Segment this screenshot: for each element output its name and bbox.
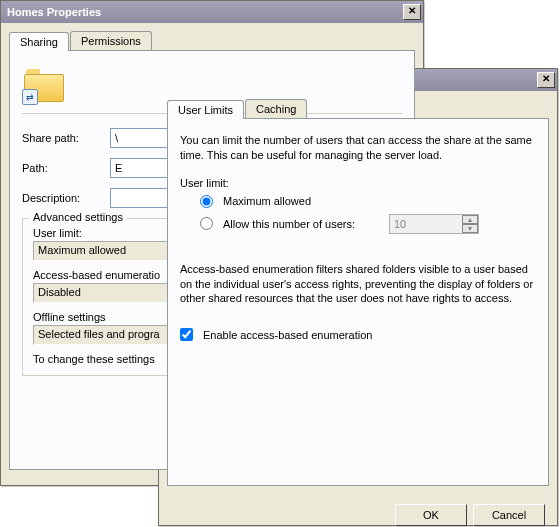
share-path-label: Share path: bbox=[22, 132, 110, 144]
dialog-buttons: OK Cancel bbox=[159, 494, 557, 527]
description-label: Description: bbox=[22, 192, 110, 204]
spinner-up-icon: ▲ bbox=[462, 215, 478, 224]
spinner-down-icon: ▼ bbox=[462, 224, 478, 233]
tabstrip-homes: Sharing Permissions bbox=[9, 31, 415, 50]
tab-permissions[interactable]: Permissions bbox=[70, 31, 152, 50]
enable-abe-label: Enable access-based enumeration bbox=[203, 329, 372, 341]
user-count-spinner: 10 ▲ ▼ bbox=[389, 214, 479, 234]
close-icon[interactable]: ✕ bbox=[537, 72, 555, 88]
radio-max-allowed[interactable] bbox=[200, 195, 213, 208]
radio-allow-number[interactable] bbox=[200, 217, 213, 230]
titlebar-homes[interactable]: Homes Properties ✕ bbox=[1, 1, 423, 23]
advanced-window: Advanced ✕ User Limits Caching You can l… bbox=[158, 68, 558, 526]
user-limits-panel: You can limit the number of users that c… bbox=[167, 118, 549, 486]
window-title-homes: Homes Properties bbox=[7, 6, 403, 18]
group-legend: Advanced settings bbox=[29, 211, 127, 223]
enable-abe-checkbox[interactable] bbox=[180, 328, 193, 341]
shared-folder-icon: ⇄ bbox=[24, 69, 64, 103]
tab-sharing[interactable]: Sharing bbox=[9, 32, 69, 51]
abe-description: Access-based enumeration filters shared … bbox=[180, 262, 536, 307]
close-icon[interactable]: ✕ bbox=[403, 4, 421, 20]
radio-allow-label: Allow this number of users: bbox=[223, 218, 383, 230]
tab-user-limits[interactable]: User Limits bbox=[167, 100, 244, 119]
tabstrip-advanced: User Limits Caching bbox=[167, 99, 549, 118]
path-label: Path: bbox=[22, 162, 110, 174]
intro-text: You can limit the number of users that c… bbox=[180, 133, 536, 163]
tab-caching[interactable]: Caching bbox=[245, 99, 307, 118]
user-limit-heading: User limit: bbox=[180, 177, 536, 189]
radio-max-label: Maximum allowed bbox=[223, 195, 311, 207]
ok-button[interactable]: OK bbox=[395, 504, 467, 526]
cancel-button[interactable]: Cancel bbox=[473, 504, 545, 526]
spinner-value: 10 bbox=[390, 218, 462, 230]
